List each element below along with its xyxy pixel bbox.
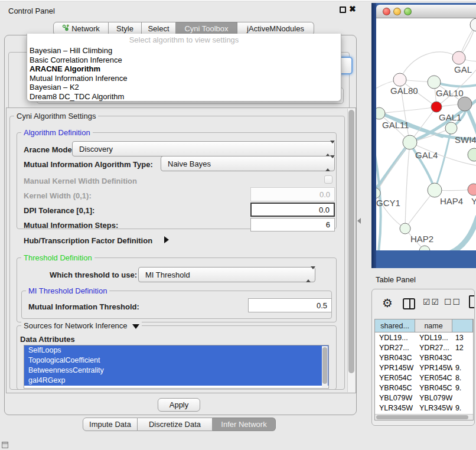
data-attributes-list[interactable]: SelfLoopsTopologicalCoefficientBetweenne…: [24, 345, 329, 389]
mi-threshold-group-title: MI Threshold Definition: [26, 286, 109, 295]
network-edge[interactable]: [379, 107, 436, 113]
algorithm-option[interactable]: Mutual Information Inference: [27, 74, 341, 83]
table-cell: 13: [452, 332, 473, 343]
network-node-gal4[interactable]: [403, 135, 417, 149]
network-node-y[interactable]: [468, 184, 476, 195]
mi-steps-field[interactable]: 6: [250, 218, 335, 231]
kernel-width-field[interactable]: 0.0: [250, 187, 335, 201]
deselect-all-checkboxes-icon[interactable]: ☐☐: [444, 297, 461, 306]
stepper-arrows-icon: [325, 144, 330, 154]
algorithm-option[interactable]: Bayesian – K2: [27, 83, 341, 92]
network-graph: GALGAL80GAL10GAL1GAL11SWI4GAL4GCY1HAP4YH…: [376, 18, 476, 250]
splitter-collapse-icon[interactable]: [357, 218, 361, 224]
table-cell: 9.: [452, 403, 473, 413]
mi-algorithm-type-select[interactable]: Naive Bayes: [161, 156, 335, 171]
attributes-scrollbar-thumb[interactable]: [322, 347, 327, 384]
manual-kernel-checkbox[interactable]: [324, 175, 332, 184]
dpi-tolerance-field[interactable]: 0.0: [250, 203, 335, 217]
aracne-mode-select[interactable]: Discovery: [72, 141, 335, 156]
table-row[interactable]: YLR345WYLR345W9.: [375, 403, 473, 413]
zoom-traffic-light-icon[interactable]: [404, 8, 412, 15]
network-node-hap4[interactable]: [428, 183, 442, 197]
table-cell: YDL19...: [415, 332, 452, 343]
network-node-gal10[interactable]: [428, 76, 441, 89]
network-node-swi4[interactable]: [445, 122, 457, 134]
which-threshold-select[interactable]: MI Threshold: [138, 267, 315, 282]
mi-threshold-field[interactable]: 0.5: [248, 298, 332, 312]
aracne-mode-value: Discovery: [79, 145, 113, 154]
network-node[interactable]: [458, 97, 472, 111]
file-icon[interactable]: [469, 295, 475, 308]
which-threshold-value: MI Threshold: [145, 270, 190, 279]
table-hscroll-thumb[interactable]: [376, 415, 468, 419]
network-window-titlebar[interactable]: [376, 5, 476, 18]
minimize-traffic-light-icon[interactable]: [393, 8, 401, 15]
table-horizontal-scrollbar[interactable]: [375, 414, 473, 420]
network-edge[interactable]: [376, 142, 410, 193]
table-cell: YPR145W: [375, 363, 415, 373]
mi-threshold-label: Mutual Information Threshold:: [28, 302, 139, 311]
tab-impute-data[interactable]: Impute Data: [83, 418, 138, 431]
network-node-gal1[interactable]: [431, 102, 442, 112]
algorithm-definition-title: Algorithm Definition: [21, 128, 93, 137]
table-row[interactable]: YBL079WYBL079W: [375, 393, 473, 403]
network-node[interactable]: [468, 148, 476, 161]
table-row[interactable]: YBR043CYBR043C: [375, 353, 473, 363]
table-cell: YER054C: [375, 373, 415, 383]
attribute-item[interactable]: gal4RGexp: [24, 376, 328, 386]
stepper-arrows-icon: [306, 269, 311, 280]
select-all-checkboxes-icon[interactable]: ☑☑: [423, 297, 440, 306]
algorithm-option[interactable]: ARACNE Algorithm: [27, 64, 341, 74]
network-node[interactable]: [470, 18, 476, 31]
table-row[interactable]: YER054CYER054C8.: [375, 373, 473, 383]
gear-icon[interactable]: ⚙: [382, 297, 393, 309]
close-icon[interactable]: ✖: [349, 4, 356, 14]
dpi-tolerance-value: 0.0: [319, 206, 330, 214]
close-traffic-light-icon[interactable]: [383, 8, 390, 15]
tab-label: Cyni Toolbox: [184, 24, 228, 33]
table-row[interactable]: YDL19...YDL19...13: [375, 332, 473, 343]
sources-group-title: Sources for Network Inference: [21, 321, 142, 330]
apply-button[interactable]: Apply: [158, 398, 200, 412]
network-node-gal80[interactable]: [393, 73, 406, 86]
float-window-icon[interactable]: [340, 6, 346, 13]
window-grid-icon[interactable]: [2, 442, 8, 448]
algorithm-option[interactable]: Bayesian – Hill Climbing: [27, 46, 341, 56]
network-edge[interactable]: [400, 52, 459, 80]
tab-label: Select: [148, 24, 169, 33]
attribute-item[interactable]: BetweennessCentrality: [24, 366, 328, 376]
table-cell: YER054C: [415, 373, 452, 383]
algorithm-option[interactable]: Dream8 DC_TDC Algorithm: [27, 92, 341, 102]
algorithm-option[interactable]: Basic Correlation Inference: [27, 56, 341, 65]
table-row[interactable]: YBR045CYBR045C9.: [375, 383, 473, 393]
column-header[interactable]: name: [415, 319, 452, 332]
tab-label: Discretize Data: [149, 420, 201, 429]
node-label-y: Y: [471, 196, 476, 206]
node-label-gal: GAL: [454, 64, 472, 74]
node-label-gal1: GAL1: [439, 112, 461, 122]
network-edge[interactable]: [446, 217, 476, 250]
network-edge[interactable]: [405, 142, 410, 229]
node-label-hap4: HAP4: [440, 196, 463, 206]
table-cell: 9.: [452, 363, 473, 373]
attribute-item[interactable]: TopologicalCoefficient: [24, 356, 328, 366]
attributes-scrollbar[interactable]: [322, 346, 328, 387]
expand-right-icon[interactable]: [164, 236, 169, 243]
column-header[interactable]: [452, 319, 473, 332]
network-node-gal11[interactable]: [376, 107, 385, 119]
attribute-item[interactable]: SelfLoops: [24, 345, 328, 356]
tab-discretize-data[interactable]: Discretize Data: [138, 418, 213, 431]
network-canvas[interactable]: GALGAL80GAL10GAL1GAL11SWI4GAL4GCY1HAP4YH…: [376, 18, 476, 250]
column-header[interactable]: shared...: [375, 319, 415, 332]
node-label-gal80: GAL80: [390, 86, 418, 96]
tab-infer-network[interactable]: Infer Network: [213, 418, 276, 431]
columns-icon[interactable]: [403, 298, 415, 309]
settings-scrollbar-thumb[interactable]: [348, 110, 354, 373]
mi-algorithm-type-value: Naive Bayes: [168, 159, 211, 168]
collapse-down-icon[interactable]: [132, 324, 139, 329]
table-row[interactable]: YPR145WYPR145W9.: [375, 363, 473, 373]
tab-label: jActiveMNodules: [247, 24, 304, 33]
table-row[interactable]: YDR27...YDR27...12: [375, 343, 473, 353]
network-node-hap2[interactable]: [400, 223, 410, 234]
network-node-gal[interactable]: [452, 51, 465, 64]
